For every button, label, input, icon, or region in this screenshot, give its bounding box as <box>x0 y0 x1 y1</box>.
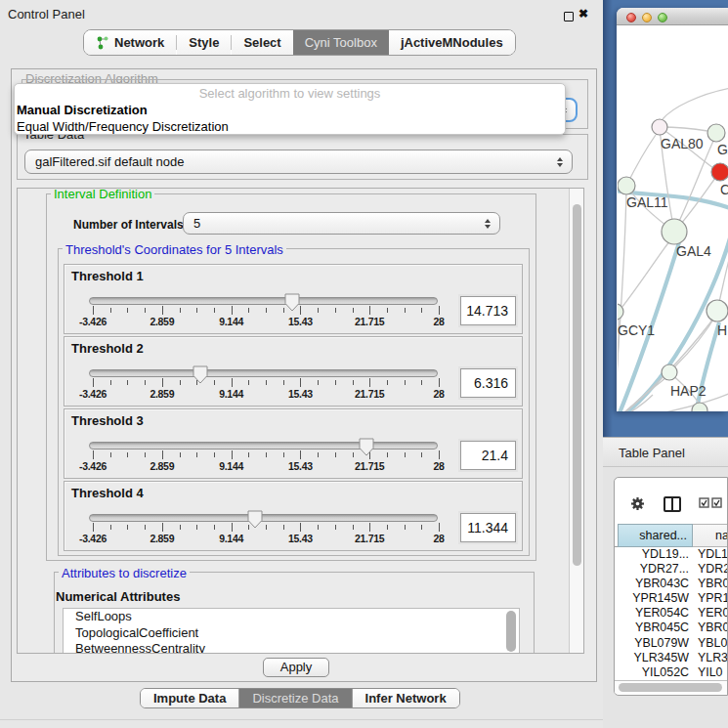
tick-mark <box>300 378 301 387</box>
num-intervals-value: 5 <box>193 216 200 231</box>
column-header-name[interactable]: na <box>693 524 728 547</box>
threshold-value-field[interactable]: 21.4 <box>460 441 516 470</box>
threshold-slider-thumb[interactable] <box>247 510 263 529</box>
tick-mark <box>266 525 267 530</box>
node-label: H <box>717 322 727 338</box>
tick-mark <box>145 380 146 385</box>
table-row[interactable]: YIL052CYIL0 <box>615 665 728 680</box>
tab-infer-network[interactable]: Infer Network <box>352 689 459 707</box>
dropdown-option-equal-width[interactable]: Equal Width/Frequency Discretization <box>17 119 229 134</box>
tab-label: Select <box>243 35 280 50</box>
threshold-slider-track[interactable] <box>89 297 438 305</box>
tick-mark <box>127 380 128 385</box>
network-node[interactable] <box>711 163 728 181</box>
numerical-attributes-label: Numerical Attributes <box>56 589 180 604</box>
threshold-slider-track[interactable] <box>89 514 438 522</box>
settings-scrollbar-thumb[interactable] <box>573 204 581 566</box>
table-data-combobox[interactable]: galFiltered.sif default node <box>24 150 573 174</box>
close-traffic-light[interactable] <box>626 13 636 22</box>
table-hscrollbar-track[interactable] <box>615 680 728 694</box>
threshold-slider-track[interactable] <box>89 369 438 377</box>
network-node[interactable] <box>652 119 667 135</box>
tab-network[interactable]: Network <box>84 30 176 55</box>
close-icon[interactable]: ✖ <box>578 7 588 21</box>
network-node[interactable] <box>707 124 725 142</box>
tick-label: 15.43 <box>273 388 327 400</box>
tab-impute-data[interactable]: Impute Data <box>141 689 238 707</box>
tick-mark <box>248 380 249 385</box>
attributes-list-scrollbar[interactable] <box>506 611 516 652</box>
gear-icon[interactable] <box>630 496 645 511</box>
tick-mark <box>110 380 111 385</box>
tick-mark <box>335 308 336 313</box>
tick-label: 21.715 <box>342 388 397 400</box>
tick-label: 2.859 <box>135 388 190 400</box>
threshold-slider-track[interactable] <box>89 442 438 450</box>
tick-label: 28 <box>411 388 466 400</box>
threshold-panel-3: Threshold 3-3.4262.8599.14415.4321.71528… <box>64 408 523 479</box>
tick-mark <box>405 380 406 385</box>
tab-select[interactable]: Select <box>232 30 292 55</box>
select-checkboxes-icon[interactable] <box>699 497 722 508</box>
tick-mark <box>405 452 406 457</box>
tab-jactivemnodules[interactable]: jActiveMNodules <box>389 30 515 55</box>
threshold-label: Threshold 4 <box>71 486 144 500</box>
tab-discretize-data[interactable]: Discretize Data <box>238 689 351 707</box>
float-window-icon[interactable] <box>564 12 574 21</box>
tick-mark <box>318 308 319 313</box>
table-row[interactable]: YDL19...YDL1 <box>615 547 728 562</box>
threshold-slider-thumb[interactable] <box>284 293 300 312</box>
checkbox-icon <box>711 497 722 508</box>
table-row[interactable]: YBR043CYBR0 <box>615 577 728 591</box>
tick-mark <box>300 450 301 459</box>
network-node[interactable] <box>618 177 635 194</box>
network-node[interactable] <box>692 403 707 411</box>
threshold-slider-thumb[interactable] <box>359 438 374 456</box>
tick-label: 28 <box>411 316 466 327</box>
network-node[interactable] <box>662 219 687 244</box>
tick-mark <box>196 308 197 313</box>
num-intervals-combobox[interactable]: 5 <box>183 212 500 235</box>
cell-shared-name: YBR045C <box>615 621 689 634</box>
tick-mark <box>318 525 319 530</box>
threshold-slider-thumb[interactable] <box>193 365 208 384</box>
threshold-value-field[interactable]: 11.344 <box>460 513 516 542</box>
tick-mark <box>266 452 267 457</box>
table-row[interactable]: YER054CYER0 <box>615 606 728 621</box>
table-row[interactable]: YPR145WYPR1 <box>615 591 728 606</box>
network-canvas[interactable]: GAL80GACGAL11GAL4HGCY1HAP2 <box>618 25 728 411</box>
tab-style[interactable]: Style <box>177 30 231 55</box>
numerical-attributes-list[interactable]: SelfLoopsTopologicalCoefficientBetweenne… <box>63 608 520 654</box>
attribute-item[interactable]: SelfLoops <box>64 609 519 625</box>
zoom-traffic-light[interactable] <box>658 13 667 22</box>
dropdown-option-manual[interactable]: Manual Discretization <box>17 103 148 117</box>
columns-icon[interactable] <box>664 496 681 512</box>
apply-button[interactable]: Apply <box>263 658 329 677</box>
threshold-value-field[interactable]: 14.713 <box>460 296 516 325</box>
table-row[interactable]: YBR045CYBR0 <box>615 621 728 635</box>
table-hscrollbar-thumb[interactable] <box>619 683 722 692</box>
cell-shared-name: YLR345W <box>615 651 689 664</box>
network-node[interactable] <box>707 300 728 321</box>
tab-cyni-toolbox[interactable]: Cyni Toolbox <box>293 30 389 55</box>
threshold-value-field[interactable]: 6.316 <box>460 368 516 398</box>
tick-mark <box>335 380 336 385</box>
network-icon <box>96 36 109 50</box>
tick-mark <box>266 308 267 313</box>
network-node[interactable] <box>662 364 677 380</box>
tab-label: Cyni Toolbox <box>305 35 377 50</box>
network-edge <box>663 88 728 119</box>
table-row[interactable]: YLR345WYLR3 <box>615 651 728 665</box>
tick-mark <box>145 308 146 313</box>
tick-mark <box>439 523 440 532</box>
minimize-traffic-light[interactable] <box>642 13 652 22</box>
settings-scrollbar-track[interactable] <box>569 189 583 653</box>
column-header-shared-name[interactable]: shared... <box>618 524 693 547</box>
attribute-item[interactable]: TopologicalCoefficient <box>64 625 519 642</box>
attribute-item[interactable]: BetweennessCentrality <box>64 641 519 654</box>
table-row[interactable]: YBL079WYBL0 <box>615 636 728 651</box>
table-row[interactable]: YDR27...YDR2 <box>615 562 728 577</box>
tick-mark <box>353 452 354 457</box>
cell-name: YDR2 <box>698 562 728 576</box>
tick-mark <box>162 378 163 387</box>
